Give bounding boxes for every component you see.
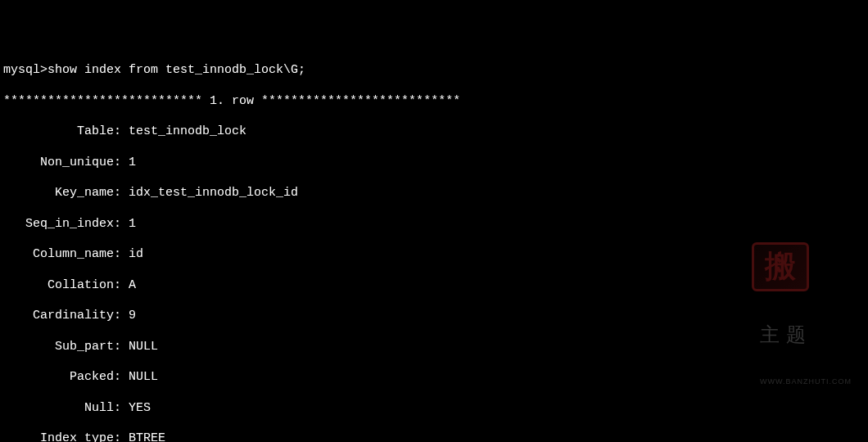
field-label: Index_type [3, 431, 114, 442]
field-value: YES [129, 401, 151, 417]
field-label: Null [3, 401, 114, 417]
field-row-table: Table: test_innodb_lock [3, 124, 865, 140]
field-label: Collation [3, 278, 114, 294]
field-value: NULL [129, 370, 158, 386]
field-value: BTREE [129, 431, 165, 442]
field-label: Cardinality [3, 309, 114, 324]
field-row-seq-in-index: Seq_in_index: 1 [3, 217, 865, 232]
field-row-packed: Packed: NULL [3, 370, 865, 386]
field-value: 1 [129, 217, 136, 232]
field-row-key-name: Key_name: idx_test_innodb_lock_id [3, 186, 865, 201]
field-row-cardinality: Cardinality: 9 [3, 309, 865, 324]
field-value: idx_test_innodb_lock_id [129, 186, 298, 201]
field-value: NULL [129, 340, 158, 355]
field-value: A [129, 278, 136, 294]
field-row-sub-part: Sub_part: NULL [3, 340, 865, 355]
mysql-prompt-line[interactable]: mysql> show index from test_innodb_lock\… [3, 63, 865, 79]
row-separator-1: *************************** 1. row *****… [3, 94, 865, 110]
field-row-non-unique: Non_unique: 1 [3, 156, 865, 171]
field-row-column-name: Column_name: id [3, 247, 865, 263]
sql-command: show index from test_innodb_lock\G; [47, 63, 305, 79]
field-label: Seq_in_index [3, 217, 114, 232]
field-label: Sub_part [3, 340, 114, 355]
field-label: Column_name [3, 247, 114, 263]
field-label: Table [3, 124, 114, 140]
field-value: test_innodb_lock [129, 124, 246, 140]
field-row-collation: Collation: A [3, 278, 865, 294]
field-value: 9 [129, 309, 136, 324]
field-label: Packed [3, 370, 114, 386]
field-row-null: Null: YES [3, 401, 865, 417]
field-label: Key_name [3, 186, 114, 201]
mysql-prompt: mysql> [3, 63, 47, 79]
field-value: 1 [129, 156, 136, 171]
field-value: id [129, 247, 143, 263]
field-label: Non_unique [3, 156, 114, 171]
field-row-index-type: Index_type: BTREE [3, 431, 865, 442]
